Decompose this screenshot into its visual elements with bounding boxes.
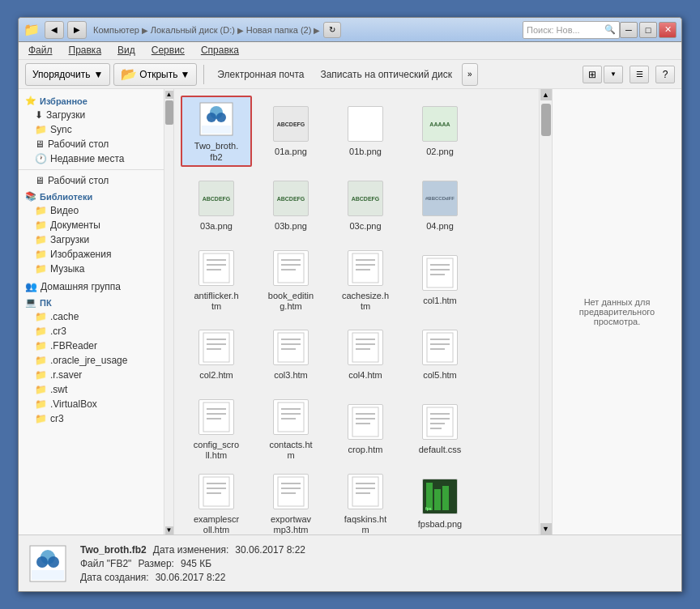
col1-label: col1.htm bbox=[423, 296, 457, 306]
titlebar-buttons: ─ □ ✕ bbox=[620, 22, 677, 38]
menu-help[interactable]: Справка bbox=[198, 43, 242, 58]
htm-icon-col3 bbox=[271, 328, 310, 367]
sync-icon: 📁 bbox=[35, 124, 47, 135]
file-item-crop[interactable]: crop.htm bbox=[330, 394, 401, 465]
statusbar-row-created: Дата создания: 30.06.2017 8:22 bbox=[80, 572, 305, 583]
menu-edit[interactable]: Правка bbox=[66, 43, 105, 58]
file-item-book-editing[interactable]: book_editing.htm bbox=[255, 245, 327, 316]
cr3-2-icon: 📁 bbox=[35, 413, 47, 424]
sidebar-pc-header[interactable]: 💻 ПК bbox=[19, 294, 164, 309]
view-details[interactable]: ☰ bbox=[630, 66, 649, 83]
file-item-01b[interactable]: 01b.png bbox=[330, 96, 401, 167]
file-item-config-scroll[interactable]: config_scroll.htm bbox=[181, 394, 252, 465]
file-item-04[interactable]: #BBCCDdFF 04.png bbox=[404, 170, 476, 241]
right-scrollbar[interactable]: ▲ ▼ bbox=[539, 89, 552, 534]
sidebar-favorites-header[interactable]: ⭐ Избранное bbox=[19, 92, 164, 108]
svg-rect-17 bbox=[427, 258, 453, 287]
file-item-default-css[interactable]: default.css bbox=[404, 394, 476, 465]
file-item-fpsbad[interactable]: fps fpsbad.png bbox=[404, 468, 476, 534]
refresh-button[interactable]: ↻ bbox=[323, 22, 341, 38]
sidebar-item-desktop-tree[interactable]: 🖥 Рабочий стол bbox=[19, 173, 164, 188]
png-01a-label: 01a.png bbox=[275, 147, 307, 157]
file-item-col4[interactable]: col4.htm bbox=[330, 319, 401, 390]
file-item-col2[interactable]: col2.htm bbox=[181, 319, 252, 390]
png-icon-03a: ABCDEFG bbox=[197, 179, 236, 218]
file-item-col3[interactable]: col3.htm bbox=[255, 319, 327, 390]
menu-service[interactable]: Сервис bbox=[148, 43, 188, 58]
no-preview-text: Нет данных для предварительного просмотр… bbox=[559, 297, 675, 326]
sidebar-item-desktop[interactable]: 🖥 Рабочий стол bbox=[19, 137, 164, 151]
forward-button[interactable]: ▶ bbox=[67, 21, 87, 39]
file-item-contacts[interactable]: contacts.htm bbox=[255, 394, 327, 465]
file-item-cachesize[interactable]: cachesize.htm bbox=[330, 245, 401, 316]
png-03c-label: 03c.png bbox=[349, 221, 381, 232]
file-item-01a[interactable]: ABCDEFG 01a.png bbox=[255, 96, 327, 167]
star-icon: ⭐ bbox=[25, 96, 36, 106]
oracle-icon: 📁 bbox=[35, 355, 47, 366]
email-button[interactable]: Электронная почта bbox=[211, 63, 310, 86]
svg-rect-21 bbox=[203, 333, 229, 362]
htm-icon-config-scroll bbox=[197, 398, 236, 437]
sidebar-item-rsaver[interactable]: 📁 .r.saver bbox=[19, 368, 164, 382]
file-item-03a[interactable]: ABCDEFG 03a.png bbox=[181, 170, 252, 241]
search-input[interactable]: Поиск: Нов... 🔍 bbox=[523, 21, 620, 39]
sidebar-item-virtualbox[interactable]: 📁 .VirtualBox bbox=[19, 397, 164, 411]
png-icon-fpsbad: fps bbox=[420, 477, 459, 516]
fpsbad-label: fpsbad.png bbox=[418, 519, 462, 530]
statusbar-file-icon bbox=[28, 544, 67, 583]
sidebar-divider-1 bbox=[19, 169, 164, 170]
sidebar-item-cr3[interactable]: 📁 .cr3 bbox=[19, 324, 164, 339]
organize-button[interactable]: Упорядочить ▼ bbox=[25, 63, 110, 86]
file-item-exportwavmp3[interactable]: exportwavmp3.htm bbox=[255, 468, 327, 534]
view-dropdown[interactable]: ▼ bbox=[604, 66, 623, 83]
file-item-fb2[interactable]: Two_broth.fb2 bbox=[181, 96, 252, 167]
back-button[interactable]: ◀ bbox=[45, 21, 64, 39]
homegroup-icon: 👥 bbox=[25, 281, 37, 292]
sidebar-item-homegroup[interactable]: 👥 Домашняя группа bbox=[19, 279, 164, 294]
file-item-col1[interactable]: col1.htm bbox=[404, 245, 476, 316]
burn-button[interactable]: Записать на оптический диск bbox=[314, 63, 459, 86]
left-scrollbar[interactable]: ▲ ▼ bbox=[164, 89, 174, 534]
close-button[interactable]: ✕ bbox=[659, 22, 677, 38]
file-item-03b[interactable]: ABCDEFG 03b.png bbox=[255, 170, 327, 241]
toolbar: Упорядочить ▼ 📂 Открыть ▼ Электронная по… bbox=[19, 60, 681, 89]
menu-view[interactable]: Вид bbox=[114, 43, 139, 58]
sidebar-item-recent[interactable]: 🕐 Недавние места bbox=[19, 151, 164, 166]
statusbar-filename: Two_broth.fb2 bbox=[80, 544, 147, 556]
sidebar-item-sync[interactable]: 📁 Sync bbox=[19, 122, 164, 137]
sidebar-item-cr3-2[interactable]: 📁 cr3 bbox=[19, 411, 164, 426]
minimize-button[interactable]: ─ bbox=[620, 22, 638, 38]
sidebar-item-images[interactable]: 📁 Изображения bbox=[19, 247, 164, 262]
file-item-examplescroll[interactable]: examplescroll.htm bbox=[181, 468, 252, 534]
sidebar-item-cache[interactable]: 📁 .cache bbox=[19, 309, 164, 324]
video-icon: 📁 bbox=[35, 205, 47, 216]
file-item-02[interactable]: AAAAA 02.png bbox=[404, 96, 476, 167]
cache-folder-icon: 📁 bbox=[35, 311, 47, 322]
sidebar-item-music[interactable]: 📁 Музыка bbox=[19, 262, 164, 276]
htm-icon-faqskins bbox=[346, 472, 385, 511]
svg-point-73 bbox=[36, 556, 48, 568]
sidebar-item-oracle[interactable]: 📁 .oracle_jre_usage bbox=[19, 353, 164, 368]
crop-label: crop.htm bbox=[348, 445, 383, 455]
file-item-col5[interactable]: col5.htm bbox=[404, 319, 476, 390]
open-button[interactable]: 📂 Открыть ▼ bbox=[113, 63, 197, 86]
sidebar-item-fbreader[interactable]: 📁 .FBReader bbox=[19, 339, 164, 353]
htm-icon-exportwavmp3 bbox=[271, 472, 310, 511]
file-item-03c[interactable]: ABCDEFG 03c.png bbox=[330, 170, 401, 241]
faqskins-label: faqskins.htm bbox=[344, 514, 387, 534]
view-large-icons[interactable]: ⊞ bbox=[583, 66, 602, 83]
htm-icon-col2 bbox=[197, 328, 236, 367]
file-item-faqskins[interactable]: faqskins.htm bbox=[330, 468, 401, 534]
help-button[interactable]: ? bbox=[655, 66, 675, 83]
more-button[interactable]: » bbox=[462, 63, 478, 86]
sidebar-item-downloads[interactable]: ⬇ Загрузки bbox=[19, 108, 164, 122]
sidebar-libraries-header[interactable]: 📚 Библиотеки bbox=[19, 188, 164, 203]
sidebar-item-video[interactable]: 📁 Видео bbox=[19, 203, 164, 218]
file-item-antiflicker[interactable]: antiflicker.htm bbox=[181, 245, 252, 316]
svg-rect-49 bbox=[427, 407, 453, 437]
sidebar-item-docs[interactable]: 📁 Документы bbox=[19, 218, 164, 232]
sidebar-item-swt[interactable]: 📁 .swt bbox=[19, 382, 164, 397]
sidebar-item-dl[interactable]: 📁 Загрузки bbox=[19, 232, 164, 247]
maximize-button[interactable]: □ bbox=[639, 22, 657, 38]
menu-file[interactable]: Файл bbox=[25, 43, 56, 58]
